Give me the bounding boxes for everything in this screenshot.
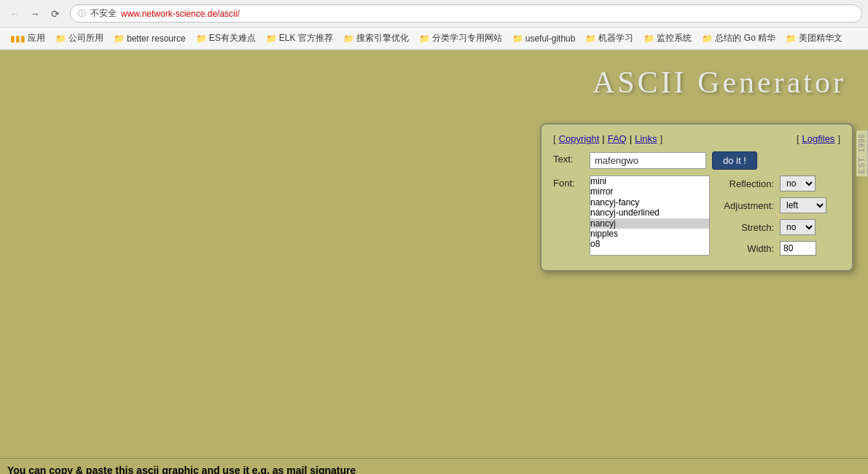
right-controls: Reflection: no yes Adjustment: left cent… (716, 175, 826, 256)
stretch-select[interactable]: no yes (780, 219, 816, 235)
width-label: Width: (716, 243, 774, 254)
folder-icon-8: 📁 (585, 33, 596, 44)
width-row: Width: (716, 241, 826, 256)
do-it-button[interactable]: do it ! (712, 151, 757, 170)
font-option-o8[interactable]: o8 (590, 239, 709, 249)
font-label: Font: (553, 175, 590, 189)
folder-icon-10: 📁 (702, 33, 713, 44)
text-controls: do it ! (590, 151, 840, 170)
logfiles-link[interactable]: Logfiles (802, 133, 835, 144)
bookmark-elk[interactable]: 📁 ELK 官方推荐 (262, 31, 337, 46)
reflection-label: Reflection: (716, 178, 774, 189)
bookmark-github[interactable]: 📁 useful-github (508, 32, 580, 45)
font-select[interactable]: mini mirror nancyj-fancy nancyj-underlin… (590, 175, 710, 256)
stretch-row: Stretch: no yes (716, 219, 826, 235)
back-button[interactable]: ← (6, 5, 23, 23)
security-icon: ⓘ (78, 8, 86, 19)
text-row: Text: do it ! (553, 151, 840, 170)
bookmark-ml-site[interactable]: 📁 分类学习专用网站 (415, 31, 507, 46)
url-display: www.network-science.de/ascii/ (121, 9, 240, 19)
bookmark-search[interactable]: 📁 搜索引擎优化 (339, 31, 413, 46)
font-option-mirror[interactable]: mirror (590, 186, 709, 197)
page-title: ASCII Generator (0, 50, 868, 107)
browser-chrome: ← → ⟳ ⓘ 不安全 www.network-science.de/ascii… (0, 0, 868, 50)
bookmark-es[interactable]: 📁 ES有关难点 (192, 31, 260, 46)
folder-icon-4: 📁 (266, 33, 277, 44)
bookmark-ml[interactable]: 📁 机器学习 (581, 31, 638, 46)
bookmark-apps[interactable]: ▮▮▮ 应用 (6, 31, 50, 46)
folder-icon-5: 📁 (343, 33, 354, 44)
copy-hint: You can copy & paste this ascii graphic … (0, 459, 868, 474)
font-option-nancyj-underlined[interactable]: nancyj-underlined (590, 208, 709, 218)
folder-icon-3: 📁 (196, 33, 207, 44)
bookmark-monitor[interactable]: 📁 监控系统 (639, 31, 696, 46)
est-badge: EST. 1996 (856, 130, 868, 176)
faq-link[interactable]: FAQ (608, 133, 627, 144)
folder-icon-11: 📁 (786, 33, 797, 44)
stretch-label: Stretch: (716, 222, 774, 233)
panel-links: [ Copyright | FAQ | Links ] [ Logfiles ] (553, 133, 840, 144)
text-input[interactable] (590, 152, 706, 169)
adjustment-label: Adjustment: (716, 200, 774, 211)
font-area: mini mirror nancyj-fancy nancyj-underlin… (590, 175, 826, 256)
generator-panel: [ Copyright | FAQ | Links ] [ Logfiles ]… (540, 123, 853, 272)
folder-icon-2: 📁 (114, 33, 125, 44)
forward-button[interactable]: → (26, 5, 44, 23)
folder-icon-9: 📁 (644, 33, 654, 44)
bookmark-meituan[interactable]: 📁 美团精华文 (781, 31, 847, 46)
font-row: Font: mini mirror nancyj-fancy nancyj-un… (553, 175, 840, 256)
font-option-nipples[interactable]: nipples (590, 229, 709, 239)
adjustment-row: Adjustment: left center right (716, 197, 826, 213)
reflection-select[interactable]: no yes (780, 175, 816, 191)
nav-buttons: ← → ⟳ (6, 5, 64, 23)
font-option-nancyj[interactable]: nancyj (590, 218, 709, 229)
panel-links-right: [ Logfiles ] (797, 133, 840, 144)
reload-button[interactable]: ⟳ (47, 5, 64, 23)
width-input[interactable] (780, 241, 816, 256)
font-option-nancyj-fancy[interactable]: nancyj-fancy (590, 197, 709, 208)
links-link[interactable]: Links (635, 133, 657, 144)
folder-icon-1: 📁 (55, 33, 66, 44)
bookmarks-bar: ▮▮▮ 应用 📁 公司所用 📁 better resource 📁 ES有关难点… (0, 28, 868, 50)
page-content: ASCII Generator [ Copyright | FAQ | Link… (0, 50, 868, 458)
bookmark-better-resource[interactable]: 📁 better resource (109, 32, 190, 45)
reflection-row: Reflection: no yes (716, 175, 826, 191)
bottom-section: You can copy & paste this ascii graphic … (0, 458, 868, 474)
folder-icon-7: 📁 (512, 33, 523, 44)
text-label: Text: (553, 151, 590, 165)
copyright-link[interactable]: Copyright (559, 133, 600, 144)
bookmark-company[interactable]: 📁 公司所用 (51, 31, 108, 46)
folder-icon-6: 📁 (419, 33, 430, 44)
security-label: 不安全 (90, 7, 117, 20)
bookmark-go[interactable]: 📁 总结的 Go 精华 (697, 31, 780, 46)
panel-links-left: [ Copyright | FAQ | Links ] (553, 133, 662, 144)
address-bar[interactable]: ⓘ 不安全 www.network-science.de/ascii/ (70, 4, 862, 23)
font-option-mini[interactable]: mini (590, 176, 709, 186)
apps-icon: ▮▮▮ (10, 33, 26, 44)
browser-nav: ← → ⟳ ⓘ 不安全 www.network-science.de/ascii… (0, 0, 868, 28)
adjustment-select[interactable]: left center right (780, 197, 826, 213)
